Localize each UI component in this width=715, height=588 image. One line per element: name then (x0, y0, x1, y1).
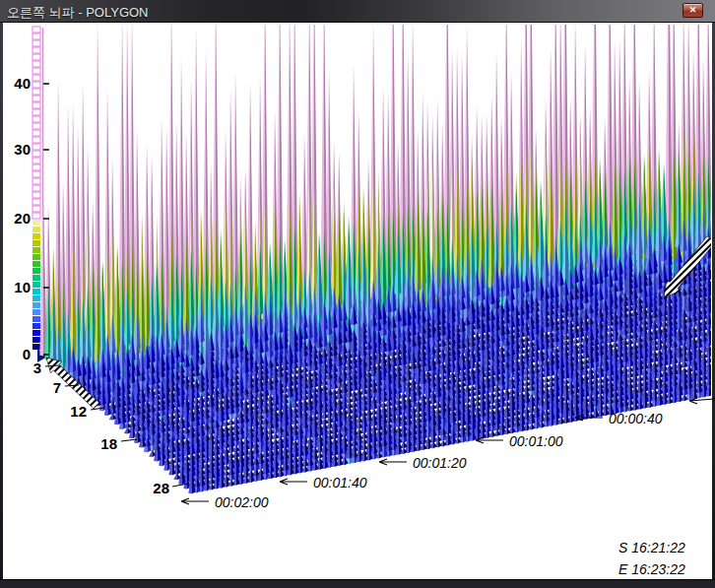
time-tick-0120: 00:01:20 (413, 455, 467, 471)
freq-tick-7: 7 (53, 379, 61, 396)
polygon-3d-chart: 0 10 20 30 40 3 7 12 18 28 (0, 0, 715, 588)
time-tick-0040: 00:00:40 (609, 411, 663, 426)
freq-tick-12: 12 (70, 403, 87, 420)
time-tick-0140: 00:01:40 (313, 475, 367, 490)
freq-tick-3: 3 (33, 359, 41, 376)
y-tick-30: 30 (14, 141, 31, 158)
y-tick-40: 40 (14, 75, 31, 92)
start-time-label: S 16:21:22 (618, 540, 685, 555)
legend-colorbar (32, 27, 40, 350)
y-tick-10: 10 (14, 279, 31, 295)
y-axis-labels: 0 10 20 30 40 (14, 75, 31, 362)
time-tick-0100: 00:01:00 (509, 433, 563, 449)
time-tick-0200: 00:02:00 (215, 494, 269, 510)
app-window: 오른쪽 뇌파 - POLYGON ✕ (0, 0, 715, 588)
y-tick-20: 20 (14, 210, 31, 227)
freq-tick-28: 28 (153, 480, 169, 496)
freq-tick-18: 18 (100, 435, 117, 452)
end-time-label: E 16:23:22 (618, 561, 685, 577)
y-tick-0: 0 (23, 346, 31, 362)
